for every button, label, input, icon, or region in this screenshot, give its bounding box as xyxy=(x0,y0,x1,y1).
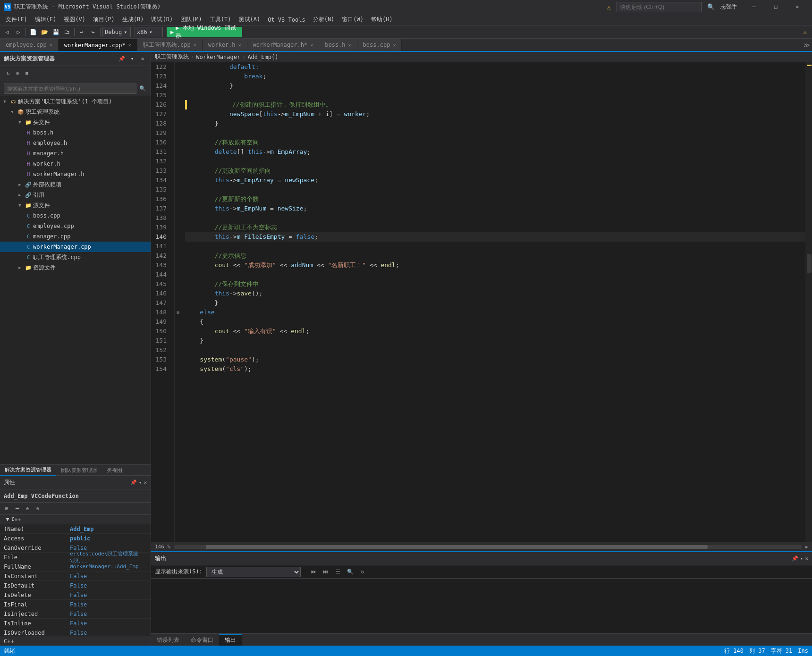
tree-workerManager-h[interactable]: H workerManager.h xyxy=(0,169,151,179)
prop-row-isconstant[interactable]: IsConstant False xyxy=(0,572,151,581)
scroll-thumb[interactable] xyxy=(807,254,812,273)
output-toolbar-btn4[interactable]: 🔍 xyxy=(345,567,355,577)
output-source-dropdown[interactable]: 生成 调试 输出 xyxy=(206,567,301,577)
tree-manager-h[interactable]: H manager.h xyxy=(0,148,151,159)
menu-analyze[interactable]: 分析(N) xyxy=(309,15,338,25)
tree-solution[interactable]: ▼ 🗂 解决方案'职工管理系统'(1 个项目) xyxy=(0,96,151,107)
prop-row-isdelete[interactable]: IsDelete False xyxy=(0,590,151,600)
tree-source-files[interactable]: ▼ 📁 源文件 xyxy=(0,200,151,210)
toolbar-save-btn[interactable]: 💾 xyxy=(51,27,61,37)
config-dropdown[interactable]: Debug ▾ xyxy=(102,27,131,37)
menu-qt[interactable]: Qt VS Tools xyxy=(264,15,309,25)
menu-tools[interactable]: 工具(T) xyxy=(206,15,235,25)
tree-header-files[interactable]: ▼ 📁 头文件 xyxy=(0,117,151,127)
prop-row-isoverloaded[interactable]: IsOverloaded False xyxy=(0,628,151,636)
tab-close-workerManager-h[interactable]: ✕ xyxy=(310,42,313,48)
tree-boss-cpp[interactable]: C boss.cpp xyxy=(0,210,151,221)
sidebar-menu-btn[interactable]: ▾ xyxy=(128,55,136,63)
prop-row-isdefault[interactable]: IsDefault False xyxy=(0,581,151,590)
platform-dropdown[interactable]: x86 ▾ xyxy=(135,27,163,37)
horizontal-scroll-thumb[interactable] xyxy=(206,545,708,549)
sidebar-tab-solution-explorer[interactable]: 解决方案资源管理器 xyxy=(0,464,56,476)
props-sort-btn[interactable]: ⊞ xyxy=(2,504,11,513)
prop-row-isinline[interactable]: IsInline False xyxy=(0,619,151,628)
menu-build[interactable]: 生成(B) xyxy=(118,15,148,25)
quick-launch-input[interactable] xyxy=(617,2,702,12)
toolbar-save-all-btn[interactable]: 🗂 xyxy=(62,27,72,37)
sidebar-close-btn[interactable]: ✕ xyxy=(138,55,147,63)
tab-overflow-button[interactable]: ≫ xyxy=(802,39,812,51)
sync-btn[interactable]: ↻ xyxy=(4,69,12,78)
minimize-button[interactable]: ─ xyxy=(743,0,765,14)
menu-window[interactable]: 窗口(W) xyxy=(338,15,367,25)
prop-row-fullname[interactable]: FullName WorkerManager::Add_Emp xyxy=(0,562,151,572)
tab-command-window[interactable]: 命令窗口 xyxy=(185,634,219,646)
prop-row-name[interactable]: (Name) Add_Emp xyxy=(0,524,151,534)
horizontal-scrollbar[interactable] xyxy=(174,545,802,549)
menu-edit[interactable]: 编辑(E) xyxy=(31,15,60,25)
tree-resource-files[interactable]: ▶ 📁 资源文件 xyxy=(0,262,151,273)
properties-pin-btn[interactable]: 📌 xyxy=(130,479,137,486)
prop-row-access[interactable]: Access public xyxy=(0,534,151,543)
tab-workerManager-h[interactable]: workerManager.h* ✕ xyxy=(247,39,320,51)
editor-minimap[interactable] xyxy=(805,62,812,542)
filter-btn[interactable]: ⚙ xyxy=(13,69,22,78)
prop-row-isfinal[interactable]: IsFinal False xyxy=(0,600,151,609)
output-toolbar-btn5[interactable]: ↻ xyxy=(357,567,368,577)
tab-project-cpp[interactable]: 职工管理系统.cpp ✕ xyxy=(137,39,203,51)
run-button[interactable]: ▶ ▶ 本地 Windows 调试器 xyxy=(167,27,242,37)
tab-output[interactable]: 输出 xyxy=(219,634,242,646)
toolbar-redo-btn[interactable]: ↪ xyxy=(88,27,98,37)
output-toolbar-btn1[interactable]: ⏮ xyxy=(308,567,319,577)
tree-project[interactable]: ▼ 📦 职工管理系统 xyxy=(0,107,151,117)
menu-debug[interactable]: 调试(D) xyxy=(147,15,177,25)
menu-project[interactable]: 项目(P) xyxy=(89,15,118,25)
tree-employee-cpp[interactable]: C employee.cpp xyxy=(0,221,151,231)
tab-close-workerManager[interactable]: ✕ xyxy=(128,42,131,48)
toolbar-back-btn[interactable]: ◁ xyxy=(2,27,12,37)
collapse-btn[interactable]: ≡ xyxy=(23,69,31,78)
tab-close-boss-cpp[interactable]: ✕ xyxy=(393,42,396,48)
menu-file[interactable]: 文件(F) xyxy=(2,15,31,25)
close-button[interactable]: ✕ xyxy=(787,0,808,14)
toolbar-undo-btn[interactable]: ↩ xyxy=(76,27,87,37)
prop-row-isinjected[interactable]: IsInjected False xyxy=(0,609,151,619)
tree-manager-cpp[interactable]: C manager.cpp xyxy=(0,231,151,242)
menu-team[interactable]: 团队(M) xyxy=(177,15,206,25)
tab-boss-h[interactable]: boss.h ✕ xyxy=(319,39,357,51)
tab-boss-cpp[interactable]: boss.cpp ✕ xyxy=(357,39,402,51)
output-pin-btn[interactable]: 📌 xyxy=(792,555,798,562)
scroll-right-btn[interactable]: ▶ xyxy=(805,544,808,549)
tree-worker-h[interactable]: H worker.h xyxy=(0,159,151,169)
fold-btn-148[interactable]: ⊟ xyxy=(175,308,181,317)
menu-help[interactable]: 帮助(H) xyxy=(367,15,397,25)
props-filter-btn[interactable]: ☰ xyxy=(12,504,22,513)
toolbar-open-btn[interactable]: 📂 xyxy=(39,27,50,37)
tree-employee-h[interactable]: H employee.h xyxy=(0,138,151,148)
toolbar-forward-btn[interactable]: ▷ xyxy=(13,27,24,37)
output-toolbar-btn3[interactable]: ☰ xyxy=(333,567,343,577)
tab-close-project[interactable]: ✕ xyxy=(194,42,196,48)
output-menu-btn[interactable]: ▾ xyxy=(800,555,804,562)
toolbar-new-btn[interactable]: 📄 xyxy=(28,27,38,37)
props-expand-btn[interactable]: ⊕ xyxy=(23,504,32,513)
props-collapse-btn[interactable]: ⊖ xyxy=(33,504,42,513)
search-btn[interactable]: 🔍 xyxy=(138,84,147,93)
tab-close-boss-h[interactable]: ✕ xyxy=(348,42,351,48)
prop-row-file[interactable]: File e:\testcode\职工管理系统\职... xyxy=(0,553,151,562)
tab-employee-cpp[interactable]: employee.cpp ✕ xyxy=(0,39,59,51)
tree-workerManager-cpp[interactable]: C workerManager.cpp xyxy=(0,242,151,252)
code-editor[interactable]: 122 123 124 125 126 127 128 129 130 131 … xyxy=(151,62,812,542)
toolbar-warning-btn[interactable]: ⚠ xyxy=(800,27,810,37)
maximize-button[interactable]: □ xyxy=(765,0,787,14)
tab-worker-h[interactable]: worker.h ✕ xyxy=(203,39,247,51)
properties-close-btn[interactable]: ✕ xyxy=(144,479,147,486)
menu-test[interactable]: 测试(A) xyxy=(235,15,264,25)
sidebar-tab-team-explorer[interactable]: 团队资源管理器 xyxy=(56,464,102,476)
code-content[interactable]: default: break; } xyxy=(181,62,805,542)
output-toolbar-btn2[interactable]: ⏭ xyxy=(321,567,331,577)
output-close-btn[interactable]: ✕ xyxy=(805,555,808,562)
tree-external-deps[interactable]: ▶ 🔗 外部依赖项 xyxy=(0,179,151,190)
tree-refs[interactable]: ▶ 🔗 引用 xyxy=(0,190,151,200)
properties-menu-btn[interactable]: ▾ xyxy=(139,479,142,486)
